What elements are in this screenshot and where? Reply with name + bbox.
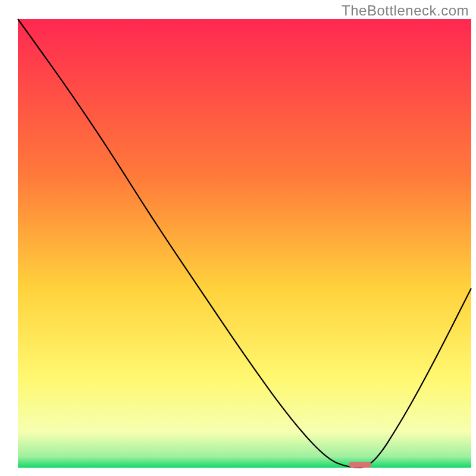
watermark-text: TheBottleneck.com	[342, 2, 469, 19]
plot-background	[18, 19, 471, 468]
optimal-marker	[349, 462, 371, 468]
chart-svg	[0, 0, 476, 476]
chart-container: TheBottleneck.com	[0, 0, 476, 476]
